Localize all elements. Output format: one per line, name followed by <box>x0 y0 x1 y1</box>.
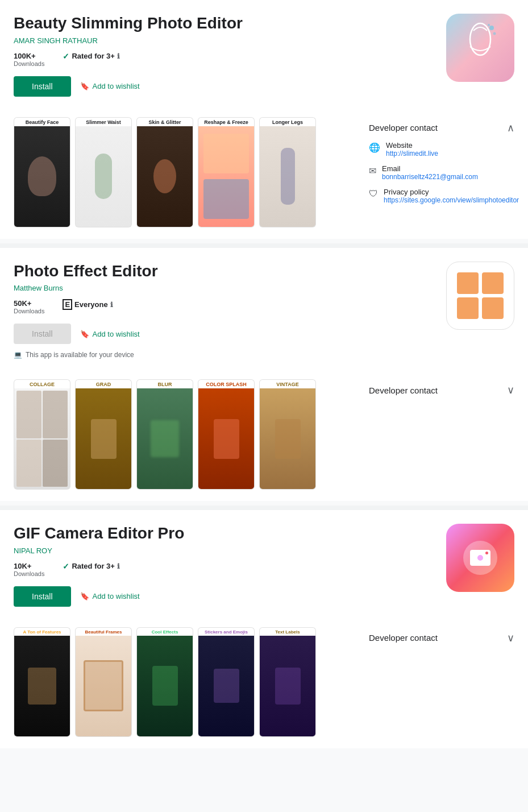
screenshot-colorsplash: COLOR SPLASH <box>198 379 255 490</box>
contact-email-beauty: ✉ Email bonnbarriseltz4221@gmail.com <box>369 164 514 181</box>
rating-value-gif: ✓ Rated for 3+ ℹ <box>63 562 120 571</box>
wishlist-icon-photo: 🔖 <box>80 330 89 338</box>
downloads-value-gif: 10K+ <box>14 562 44 570</box>
rating-value-beauty: ✓ Rated for 3+ ℹ <box>63 52 120 61</box>
app-header-left-beauty: Beauty Slimming Photo Editor AMAR SINGH … <box>14 14 433 103</box>
screenshot-img-stickers <box>198 636 255 737</box>
website-icon-beauty: 🌐 <box>369 142 380 153</box>
privacy-value-beauty[interactable]: https://sites.google.com/view/slimphotoe… <box>384 196 519 204</box>
photo-icon-cell-4 <box>482 297 504 319</box>
screenshot-label-collage: COLLAGE <box>14 379 70 388</box>
esrb-icon-photo: E <box>63 299 72 310</box>
gif-camera-dot <box>485 552 488 554</box>
wishlist-icon-beauty: 🔖 <box>80 82 89 90</box>
install-button-beauty[interactable]: Install <box>14 76 71 97</box>
screenshot-label-effects: Cool Effects <box>136 627 193 636</box>
rating-value-photo: E Everyone ℹ <box>63 299 113 310</box>
stat-rating-beauty: ✓ Rated for 3+ ℹ <box>63 52 120 67</box>
privacy-icon-beauty: 🛡 <box>369 189 378 199</box>
email-label-beauty: Email <box>382 164 478 173</box>
website-value-beauty[interactable]: http://slimedit.live <box>386 150 438 158</box>
developer-contact-title-photo: Developer contact <box>369 386 438 395</box>
screenshot-skin: Skin & Glitter <box>136 117 193 227</box>
app-icon-gif <box>446 524 514 592</box>
wishlist-button-gif[interactable]: 🔖 Add to wishlist <box>80 592 140 600</box>
svg-point-3 <box>488 24 490 26</box>
app-title-beauty: Beauty Slimming Photo Editor <box>14 14 433 33</box>
gif-camera-lens <box>476 554 484 562</box>
developer-contact-title-gif: Developer contact <box>369 633 438 643</box>
developer-contact-header-photo[interactable]: Developer contact ∨ <box>369 384 514 396</box>
stat-rating-photo: E Everyone ℹ <box>63 299 113 314</box>
content-row-photo: COLLAGE GRAD <box>14 375 514 501</box>
section-divider-2 <box>0 506 528 510</box>
downloads-label-photo: Downloads <box>14 308 44 314</box>
screenshot-label-slimmer: Slimmer Waist <box>75 117 132 126</box>
developer-contact-panel-gif: Developer contact ∨ <box>355 623 514 660</box>
app-section-gif: GIF Camera Editor Pro NIPAL ROY 10K+ Dow… <box>0 510 528 748</box>
screenshot-img-vintage <box>259 388 316 490</box>
screenshot-label-reshape: Reshape & Freeze <box>198 117 255 126</box>
screenshot-label-longer: Longer Legs <box>259 117 316 126</box>
screenshot-img-beautify <box>14 126 70 227</box>
stat-downloads-photo: 50K+ Downloads <box>14 299 44 314</box>
app-title-gif: GIF Camera Editor Pro <box>14 524 433 543</box>
app-developer-gif[interactable]: NIPAL ROY <box>14 546 433 555</box>
screenshot-collage: COLLAGE <box>14 379 70 490</box>
screenshot-beautify: Beautify Face <box>14 117 70 227</box>
app-actions-gif: Install 🔖 Add to wishlist <box>14 586 433 607</box>
app-developer-beauty[interactable]: AMAR SINGH RATHAUR <box>14 36 433 45</box>
screenshot-label-beautify: Beautify Face <box>14 117 70 126</box>
screenshot-img-grad <box>75 388 132 490</box>
developer-contact-header-beauty[interactable]: Developer contact ∧ <box>369 122 514 134</box>
wishlist-icon-gif: 🔖 <box>80 592 89 600</box>
screenshot-label-stickers: Stickers and Emojis <box>198 627 255 636</box>
chevron-down-icon-photo: ∨ <box>507 384 514 396</box>
screenshots-row-photo: COLLAGE GRAD <box>14 375 355 501</box>
screenshots-row-beauty: Beautify Face Slimmer Waist <box>14 113 355 239</box>
downloads-label-beauty: Downloads <box>14 60 44 67</box>
website-label-beauty: Website <box>386 141 438 150</box>
install-button-gif[interactable]: Install <box>14 586 71 607</box>
svg-point-1 <box>489 26 494 30</box>
wishlist-button-photo[interactable]: 🔖 Add to wishlist <box>80 330 140 338</box>
screenshot-label-frames: Beautiful Frames <box>75 627 132 636</box>
screenshot-img-textlabels <box>259 636 316 737</box>
gif-camera-icon <box>463 541 497 575</box>
app-actions-photo: Install 🔖 Add to wishlist <box>14 324 433 344</box>
wishlist-button-beauty[interactable]: 🔖 Add to wishlist <box>80 82 140 90</box>
screenshot-label-colorsplash: COLOR SPLASH <box>198 379 255 388</box>
downloads-label-gif: Downloads <box>14 570 44 577</box>
downloads-value-beauty: 100K+ <box>14 52 44 60</box>
email-value-beauty[interactable]: bonnbarriseltz4221@gmail.com <box>382 173 478 181</box>
stat-rating-gif: ✓ Rated for 3+ ℹ <box>63 562 120 577</box>
info-icon-gif: ℹ <box>117 562 120 570</box>
screenshot-textlabels: Text Labels <box>259 627 316 737</box>
email-icon-beauty: ✉ <box>369 165 376 176</box>
rating-icon-gif: ✓ <box>63 562 69 571</box>
app-actions-beauty: Install 🔖 Add to wishlist <box>14 76 433 97</box>
screenshot-img-frames <box>75 636 132 737</box>
screenshot-label-features: A Ton of Features <box>14 627 70 636</box>
app-stats-photo: 50K+ Downloads E Everyone ℹ <box>14 299 433 314</box>
app-developer-photo[interactable]: Matthew Burns <box>14 284 433 292</box>
content-row-gif: A Ton of Features Beautiful Frames <box>14 623 514 748</box>
screenshot-effects: Cool Effects <box>136 627 193 737</box>
screenshot-stickers: Stickers and Emojis <box>198 627 255 737</box>
screenshots-row-gif: A Ton of Features Beautiful Frames <box>14 623 355 748</box>
screenshot-img-features <box>14 636 70 737</box>
photo-icon-cell-3 <box>457 297 479 319</box>
info-icon-photo: ℹ <box>110 301 113 309</box>
screenshot-grad: GRAD <box>75 379 132 490</box>
developer-contact-panel-beauty: Developer contact ∧ 🌐 Website http://sli… <box>355 113 514 220</box>
app-stats-gif: 10K+ Downloads ✓ Rated for 3+ ℹ <box>14 562 433 577</box>
photo-icon-cell-1 <box>457 272 479 294</box>
developer-contact-header-gif[interactable]: Developer contact ∨ <box>369 632 514 644</box>
chevron-up-icon-beauty: ∧ <box>507 122 514 134</box>
contact-website-beauty: 🌐 Website http://slimedit.live <box>369 141 514 158</box>
screenshot-frames: Beautiful Frames <box>75 627 132 737</box>
app-header-photo: Photo Effect Editor Matthew Burns 50K+ D… <box>14 262 514 366</box>
downloads-value-photo: 50K+ <box>14 299 44 308</box>
rating-icon-beauty: ✓ <box>63 52 69 61</box>
photo-icon-cell-2 <box>482 272 504 294</box>
